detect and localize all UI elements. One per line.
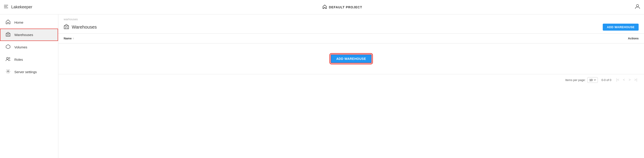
- svg-rect-11: [66, 27, 67, 29]
- add-warehouse-top-button[interactable]: ADD WAREHOUSE: [603, 24, 638, 31]
- table-header: Name ↑ Actions: [58, 34, 644, 43]
- breadcrumb: warhouses: [58, 14, 644, 22]
- svg-marker-6: [6, 45, 10, 49]
- add-warehouse-center-button[interactable]: ADD WAREHOUSE: [330, 54, 372, 63]
- next-page-button[interactable]: >: [627, 77, 632, 83]
- roles-icon: [6, 56, 11, 62]
- layout: Home Warehouses Volumes: [0, 14, 644, 158]
- user-icon[interactable]: [634, 4, 640, 11]
- prev-page-button[interactable]: <: [622, 77, 626, 83]
- sidebar-item-roles[interactable]: Roles: [0, 53, 58, 66]
- app-title: Lakekeeper: [11, 5, 32, 10]
- column-name[interactable]: Name ↑: [64, 37, 616, 40]
- svg-rect-4: [6, 34, 10, 36]
- top-header: Lakekeeper DEFAULT PROJECT: [0, 0, 644, 14]
- svg-point-3: [636, 5, 638, 7]
- pagination-items-per-page: Items per page: 10 5 25 50: [565, 77, 598, 83]
- main-content: warhouses Warehouses ADD WAREHOUSE Name: [58, 14, 644, 158]
- volumes-icon: [6, 44, 11, 50]
- sidebar-item-home[interactable]: Home: [0, 16, 58, 29]
- project-label: DEFAULT PROJECT: [329, 6, 362, 9]
- sort-asc-icon: ↑: [72, 37, 74, 40]
- svg-point-9: [8, 71, 9, 72]
- breadcrumb-text: warhouses: [64, 18, 78, 21]
- items-per-page-select[interactable]: 10 5 25 50: [587, 77, 598, 83]
- column-actions: Actions: [616, 37, 638, 40]
- pagination: Items per page: 10 5 25 50 0-0 of 0 |< <…: [58, 74, 644, 86]
- sidebar-item-label: Warehouses: [14, 33, 33, 37]
- sidebar-item-label: Home: [14, 21, 23, 24]
- sidebar-item-warehouses[interactable]: Warehouses: [0, 29, 58, 41]
- page-header-left: Warehouses: [64, 24, 603, 31]
- sidebar-item-volumes[interactable]: Volumes: [0, 41, 58, 53]
- column-actions-label: Actions: [628, 37, 638, 40]
- sidebar-item-server-settings[interactable]: Server settings: [0, 66, 58, 78]
- page-title-icon: [64, 24, 69, 31]
- hamburger-icon[interactable]: [4, 4, 8, 10]
- sidebar-item-label: Roles: [14, 58, 23, 61]
- last-page-button[interactable]: >|: [633, 77, 639, 83]
- pagination-range: 0-0 of 0: [602, 78, 611, 82]
- svg-point-8: [9, 58, 10, 59]
- page-title: Warehouses: [72, 25, 97, 30]
- settings-icon: [6, 69, 11, 75]
- empty-state: ADD WAREHOUSE: [58, 43, 644, 74]
- warehouse-icon: [6, 32, 11, 38]
- home-icon: [6, 19, 11, 25]
- header-center: DEFAULT PROJECT: [62, 4, 622, 10]
- items-per-page-label: Items per page:: [565, 78, 586, 82]
- column-name-label: Name: [64, 37, 72, 40]
- svg-point-7: [6, 57, 8, 59]
- sidebar: Home Warehouses Volumes: [0, 14, 58, 158]
- sidebar-item-label: Server settings: [14, 70, 37, 74]
- sidebar-item-label: Volumes: [14, 45, 27, 49]
- page-header: Warehouses ADD WAREHOUSE: [58, 22, 644, 34]
- header-right: [622, 4, 640, 11]
- home-icon: [322, 4, 327, 10]
- svg-rect-5: [7, 35, 9, 36]
- first-page-button[interactable]: |<: [615, 77, 621, 83]
- pagination-nav: |< < > >|: [615, 77, 638, 83]
- svg-rect-10: [64, 26, 68, 29]
- header-left: Lakekeeper: [4, 4, 62, 10]
